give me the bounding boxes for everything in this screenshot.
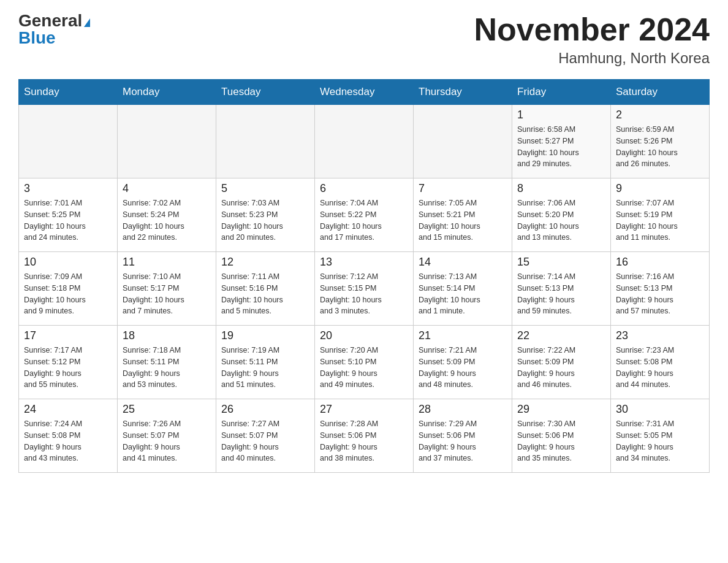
calendar-cell: 26Sunrise: 7:27 AM Sunset: 5:07 PM Dayli… bbox=[216, 399, 315, 473]
day-info: Sunrise: 7:06 AM Sunset: 5:20 PM Dayligh… bbox=[517, 197, 605, 243]
day-info: Sunrise: 7:30 AM Sunset: 5:06 PM Dayligh… bbox=[517, 418, 605, 464]
weekday-sunday: Sunday bbox=[19, 80, 118, 105]
calendar-cell: 2Sunrise: 6:59 AM Sunset: 5:26 PM Daylig… bbox=[611, 105, 710, 178]
calendar-cell: 12Sunrise: 7:11 AM Sunset: 5:16 PM Dayli… bbox=[216, 252, 315, 326]
calendar-cell: 23Sunrise: 7:23 AM Sunset: 5:08 PM Dayli… bbox=[611, 326, 710, 399]
logo-general-text: General bbox=[18, 11, 82, 30]
logo: General Blue bbox=[18, 12, 90, 47]
calendar-week-3: 10Sunrise: 7:09 AM Sunset: 5:18 PM Dayli… bbox=[19, 252, 710, 326]
day-number: 9 bbox=[616, 182, 704, 195]
day-number: 15 bbox=[517, 256, 605, 269]
weekday-tuesday: Tuesday bbox=[216, 80, 315, 105]
day-number: 5 bbox=[221, 182, 309, 195]
calendar-week-2: 3Sunrise: 7:01 AM Sunset: 5:25 PM Daylig… bbox=[19, 178, 710, 252]
day-number: 19 bbox=[221, 329, 309, 342]
calendar-cell: 22Sunrise: 7:22 AM Sunset: 5:09 PM Dayli… bbox=[512, 326, 611, 399]
calendar-body: 1Sunrise: 6:58 AM Sunset: 5:27 PM Daylig… bbox=[19, 105, 710, 473]
day-number: 7 bbox=[419, 182, 507, 195]
day-info: Sunrise: 7:04 AM Sunset: 5:22 PM Dayligh… bbox=[320, 197, 408, 243]
calendar-cell: 27Sunrise: 7:28 AM Sunset: 5:06 PM Dayli… bbox=[315, 399, 414, 473]
day-info: Sunrise: 7:18 AM Sunset: 5:11 PM Dayligh… bbox=[123, 345, 211, 391]
calendar-cell: 29Sunrise: 7:30 AM Sunset: 5:06 PM Dayli… bbox=[512, 399, 611, 473]
day-info: Sunrise: 7:05 AM Sunset: 5:21 PM Dayligh… bbox=[419, 197, 507, 243]
calendar-cell: 5Sunrise: 7:03 AM Sunset: 5:23 PM Daylig… bbox=[216, 178, 315, 252]
calendar-cell: 21Sunrise: 7:21 AM Sunset: 5:09 PM Dayli… bbox=[414, 326, 512, 399]
day-number: 24 bbox=[24, 403, 112, 416]
day-info: Sunrise: 7:02 AM Sunset: 5:24 PM Dayligh… bbox=[123, 197, 211, 243]
day-number: 23 bbox=[616, 329, 704, 342]
calendar-cell: 15Sunrise: 7:14 AM Sunset: 5:13 PM Dayli… bbox=[512, 252, 611, 326]
day-info: Sunrise: 7:07 AM Sunset: 5:19 PM Dayligh… bbox=[616, 197, 704, 243]
title-block: November 2024 Hamhung, North Korea bbox=[474, 12, 710, 67]
calendar-week-1: 1Sunrise: 6:58 AM Sunset: 5:27 PM Daylig… bbox=[19, 105, 710, 178]
calendar-header: SundayMondayTuesdayWednesdayThursdayFrid… bbox=[19, 80, 710, 105]
calendar-week-4: 17Sunrise: 7:17 AM Sunset: 5:12 PM Dayli… bbox=[19, 326, 710, 399]
calendar-cell: 28Sunrise: 7:29 AM Sunset: 5:06 PM Dayli… bbox=[414, 399, 512, 473]
day-info: Sunrise: 7:31 AM Sunset: 5:05 PM Dayligh… bbox=[616, 418, 704, 464]
day-info: Sunrise: 7:29 AM Sunset: 5:06 PM Dayligh… bbox=[419, 418, 507, 464]
day-number: 29 bbox=[517, 403, 605, 416]
day-info: Sunrise: 7:27 AM Sunset: 5:07 PM Dayligh… bbox=[221, 418, 309, 464]
calendar-cell bbox=[19, 105, 118, 178]
calendar-cell: 17Sunrise: 7:17 AM Sunset: 5:12 PM Dayli… bbox=[19, 326, 118, 399]
day-number: 27 bbox=[320, 403, 408, 416]
day-number: 1 bbox=[517, 109, 605, 121]
calendar-cell: 30Sunrise: 7:31 AM Sunset: 5:05 PM Dayli… bbox=[611, 399, 710, 473]
day-info: Sunrise: 7:14 AM Sunset: 5:13 PM Dayligh… bbox=[517, 271, 605, 317]
day-info: Sunrise: 7:01 AM Sunset: 5:25 PM Dayligh… bbox=[24, 197, 112, 243]
day-number: 3 bbox=[24, 182, 112, 195]
day-number: 26 bbox=[221, 403, 309, 416]
day-info: Sunrise: 7:13 AM Sunset: 5:14 PM Dayligh… bbox=[419, 271, 507, 317]
calendar-cell: 18Sunrise: 7:18 AM Sunset: 5:11 PM Dayli… bbox=[118, 326, 216, 399]
day-info: Sunrise: 6:58 AM Sunset: 5:27 PM Dayligh… bbox=[517, 124, 605, 170]
day-info: Sunrise: 7:22 AM Sunset: 5:09 PM Dayligh… bbox=[517, 345, 605, 391]
calendar-cell: 4Sunrise: 7:02 AM Sunset: 5:24 PM Daylig… bbox=[118, 178, 216, 252]
page-header: General Blue November 2024 Hamhung, Nort… bbox=[18, 12, 710, 67]
weekday-header-row: SundayMondayTuesdayWednesdayThursdayFrid… bbox=[19, 80, 710, 105]
day-number: 20 bbox=[320, 329, 408, 342]
calendar-cell: 19Sunrise: 7:19 AM Sunset: 5:11 PM Dayli… bbox=[216, 326, 315, 399]
calendar-cell: 10Sunrise: 7:09 AM Sunset: 5:18 PM Dayli… bbox=[19, 252, 118, 326]
day-number: 6 bbox=[320, 182, 408, 195]
calendar-cell bbox=[315, 105, 414, 178]
calendar-cell: 16Sunrise: 7:16 AM Sunset: 5:13 PM Dayli… bbox=[611, 252, 710, 326]
calendar-cell: 7Sunrise: 7:05 AM Sunset: 5:21 PM Daylig… bbox=[414, 178, 512, 252]
weekday-wednesday: Wednesday bbox=[315, 80, 414, 105]
day-number: 8 bbox=[517, 182, 605, 195]
day-number: 14 bbox=[419, 256, 507, 269]
weekday-friday: Friday bbox=[512, 80, 611, 105]
day-number: 12 bbox=[221, 256, 309, 269]
day-info: Sunrise: 6:59 AM Sunset: 5:26 PM Dayligh… bbox=[616, 124, 704, 170]
day-info: Sunrise: 7:23 AM Sunset: 5:08 PM Dayligh… bbox=[616, 345, 704, 391]
day-info: Sunrise: 7:10 AM Sunset: 5:17 PM Dayligh… bbox=[123, 271, 211, 317]
day-info: Sunrise: 7:09 AM Sunset: 5:18 PM Dayligh… bbox=[24, 271, 112, 317]
logo-general-line: General bbox=[18, 12, 90, 29]
day-info: Sunrise: 7:19 AM Sunset: 5:11 PM Dayligh… bbox=[221, 345, 309, 391]
calendar-cell: 3Sunrise: 7:01 AM Sunset: 5:25 PM Daylig… bbox=[19, 178, 118, 252]
day-info: Sunrise: 7:21 AM Sunset: 5:09 PM Dayligh… bbox=[419, 345, 507, 391]
day-info: Sunrise: 7:26 AM Sunset: 5:07 PM Dayligh… bbox=[123, 418, 211, 464]
calendar-cell: 24Sunrise: 7:24 AM Sunset: 5:08 PM Dayli… bbox=[19, 399, 118, 473]
day-number: 10 bbox=[24, 256, 112, 269]
day-number: 16 bbox=[616, 256, 704, 269]
calendar-cell: 20Sunrise: 7:20 AM Sunset: 5:10 PM Dayli… bbox=[315, 326, 414, 399]
logo-triangle-icon bbox=[84, 18, 90, 27]
calendar-table: SundayMondayTuesdayWednesdayThursdayFrid… bbox=[18, 79, 710, 473]
day-number: 18 bbox=[123, 329, 211, 342]
main-title: November 2024 bbox=[474, 12, 710, 47]
day-number: 4 bbox=[123, 182, 211, 195]
calendar-cell: 14Sunrise: 7:13 AM Sunset: 5:14 PM Dayli… bbox=[414, 252, 512, 326]
calendar-cell bbox=[216, 105, 315, 178]
calendar-cell bbox=[118, 105, 216, 178]
weekday-monday: Monday bbox=[118, 80, 216, 105]
day-number: 17 bbox=[24, 329, 112, 342]
day-info: Sunrise: 7:11 AM Sunset: 5:16 PM Dayligh… bbox=[221, 271, 309, 317]
day-info: Sunrise: 7:24 AM Sunset: 5:08 PM Dayligh… bbox=[24, 418, 112, 464]
day-number: 25 bbox=[123, 403, 211, 416]
day-info: Sunrise: 7:16 AM Sunset: 5:13 PM Dayligh… bbox=[616, 271, 704, 317]
calendar-cell: 13Sunrise: 7:12 AM Sunset: 5:15 PM Dayli… bbox=[315, 252, 414, 326]
logo-blue-text: Blue bbox=[18, 28, 56, 47]
location-subtitle: Hamhung, North Korea bbox=[474, 50, 710, 67]
day-info: Sunrise: 7:17 AM Sunset: 5:12 PM Dayligh… bbox=[24, 345, 112, 391]
day-info: Sunrise: 7:28 AM Sunset: 5:06 PM Dayligh… bbox=[320, 418, 408, 464]
